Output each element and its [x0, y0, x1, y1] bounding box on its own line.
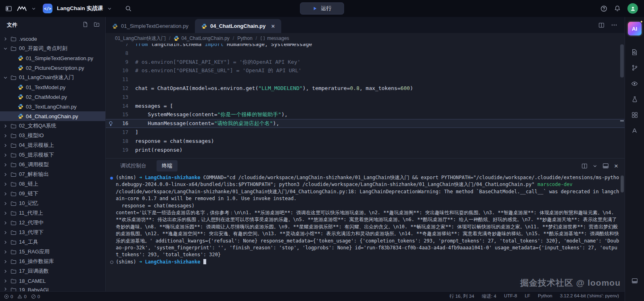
- file-tree[interactable]: .vscode00_开篇词_奇点时刻01_SimpleTextGeneratio…: [0, 33, 105, 291]
- status-item[interactable]: UTF-8: [504, 293, 517, 299]
- terminal-scrollbar-thumb[interactable]: [621, 176, 624, 192]
- line-number[interactable]: 14: [115, 102, 128, 111]
- source-control-icon[interactable]: [628, 61, 642, 75]
- tree-file-item[interactable]: 02_ChatModel.py: [0, 92, 105, 102]
- sidebar-toggle-icon[interactable]: [5, 5, 12, 12]
- line-number[interactable]: 13: [115, 93, 128, 102]
- panel-layout-icon[interactable]: [602, 163, 609, 169]
- code-line[interactable]: 9# os.environ["OPENAI_API_KEY"] = '你的Ope…: [106, 58, 625, 67]
- code-line[interactable]: 13: [106, 93, 625, 102]
- code-search-icon[interactable]: [628, 45, 642, 59]
- code-line[interactable]: 12chat = ChatOpenAI(model=os.environ.get…: [106, 84, 625, 93]
- new-folder-icon[interactable]: [94, 21, 100, 29]
- ai-assistant-button[interactable]: AI: [628, 22, 642, 36]
- terminal[interactable]: (shims) ➜ LangChain-shizhanke COMMAND="c…: [106, 173, 625, 291]
- line-number[interactable]: 16: [115, 119, 128, 128]
- run-button[interactable]: 运行: [300, 2, 344, 15]
- status-item[interactable]: 行 16, 列 34: [450, 293, 474, 299]
- tree-folder-item[interactable]: 02_文档QA系统: [0, 121, 105, 131]
- split-terminal-icon[interactable]: [581, 163, 588, 169]
- code-line[interactable]: 17]: [106, 128, 625, 137]
- code-line[interactable]: 15 SystemMessage(content="你是一个很棒的智能助手"),: [106, 110, 625, 119]
- tree-folder-item[interactable]: 09_链下: [0, 189, 105, 199]
- status-item[interactable]: LF: [525, 293, 530, 299]
- preview-eye-icon[interactable]: [628, 77, 642, 90]
- help-icon[interactable]: [600, 5, 607, 12]
- extensions-grid-icon[interactable]: [628, 108, 642, 122]
- panel-tab[interactable]: 调试控制台: [115, 160, 152, 171]
- editor-tab[interactable]: 01_SimpleTextGeneration.py: [106, 19, 195, 33]
- line-number[interactable]: 12: [115, 84, 128, 93]
- tree-folder-item[interactable]: 19_BabyAGI: [0, 286, 105, 291]
- tree-folder-item[interactable]: 08_链上: [0, 179, 105, 189]
- code-line[interactable]: 14messages = [: [106, 102, 625, 111]
- editor-scrollbar-thumb[interactable]: [620, 44, 624, 77]
- tree-folder-item[interactable]: 07_解析输出: [0, 169, 105, 179]
- code-line[interactable]: 10# os.environ["OPENAI_BASE_URL"] = 'Ope…: [106, 66, 625, 75]
- new-file-icon[interactable]: [82, 21, 88, 29]
- breadcrumb-item[interactable]: Python: [237, 36, 252, 41]
- tree-folder-item[interactable]: 06_调用模型: [0, 160, 105, 169]
- status-item[interactable]: Python: [538, 293, 552, 299]
- code-line[interactable]: 19print(response): [106, 146, 625, 155]
- project-name[interactable]: LangChain 实战课: [57, 5, 103, 12]
- tree-folder-item[interactable]: 16_操作数据库: [0, 257, 105, 266]
- tree-file-item[interactable]: 01_TextModel.py: [0, 82, 105, 92]
- code-line[interactable]: 18response = chat(messages): [106, 137, 625, 146]
- tree-folder-item[interactable]: .vscode: [0, 34, 105, 44]
- code-line[interactable]: 7from langchain.schema import HumanMessa…: [106, 44, 625, 49]
- tree-folder-item[interactable]: 14_工具: [0, 237, 105, 247]
- line-number[interactable]: 8: [115, 49, 128, 58]
- test-flask-icon[interactable]: [628, 92, 642, 106]
- breadcrumb-item[interactable]: 04_ChatLongChain.py: [174, 36, 229, 41]
- tree-folder-item[interactable]: 05_提示模板下: [0, 150, 105, 160]
- line-number[interactable]: 15: [115, 110, 128, 119]
- code-line[interactable]: 16 HumanMessage(content="请给我的桌游店起个名"),: [106, 119, 625, 128]
- search-icon[interactable]: [125, 5, 132, 12]
- tree-file-item[interactable]: 03_TextLangChain.py: [0, 102, 105, 111]
- tree-folder-item[interactable]: 01_LangChain快速入门: [0, 73, 105, 82]
- tree-folder-item[interactable]: 10_记忆: [0, 199, 105, 208]
- bell-icon[interactable]: [614, 5, 621, 12]
- line-number[interactable]: 7: [115, 44, 128, 49]
- user-avatar[interactable]: [627, 3, 638, 14]
- line-number[interactable]: 17: [115, 128, 128, 137]
- typography-icon[interactable]: [628, 124, 642, 138]
- tree-folder-item[interactable]: 00_开篇词_奇点时刻: [0, 44, 105, 53]
- code-line[interactable]: 8: [106, 49, 625, 58]
- logo-chevron-down-icon[interactable]: [31, 6, 36, 11]
- project-chevron-down-icon[interactable]: [107, 6, 112, 11]
- status-error-count[interactable]: 0: [4, 294, 13, 299]
- code-editor[interactable]: 7from langchain.schema import HumanMessa…: [106, 44, 625, 158]
- line-number[interactable]: 11: [115, 75, 128, 84]
- tree-folder-item[interactable]: 18_CAMEL: [0, 276, 105, 286]
- tab-close-icon[interactable]: ×: [271, 23, 275, 29]
- status-item[interactable]: 缩进: 4: [482, 293, 496, 299]
- split-editor-icon[interactable]: [598, 22, 604, 28]
- line-number[interactable]: 9: [115, 58, 128, 67]
- tree-folder-item[interactable]: 13_代理下: [0, 228, 105, 237]
- status-blocked-count[interactable]: 0: [31, 294, 40, 299]
- tree-folder-item[interactable]: 12_代理中: [0, 218, 105, 228]
- code-line[interactable]: 11: [106, 75, 625, 84]
- bottom-panel-icon[interactable]: [628, 274, 642, 288]
- lightbulb-icon[interactable]: [106, 119, 115, 128]
- breadcrumb-item[interactable]: 01_LangChain快速入门: [115, 35, 166, 42]
- tree-folder-item[interactable]: 11_代理上: [0, 208, 105, 218]
- tree-folder-item[interactable]: 03_模型IO: [0, 131, 105, 140]
- more-actions-icon[interactable]: [611, 22, 617, 28]
- marscode-logo-icon[interactable]: [17, 5, 27, 12]
- tree-file-item[interactable]: 04_ChatLongChain.py: [0, 111, 105, 121]
- breadcrumb-item[interactable]: messages: [260, 36, 289, 41]
- line-number[interactable]: 19: [115, 146, 128, 155]
- panel-close-icon[interactable]: ×: [614, 163, 618, 169]
- tree-folder-item[interactable]: 15_RAG应用: [0, 247, 105, 257]
- line-number[interactable]: 10: [115, 66, 128, 75]
- tree-file-item[interactable]: 01_SimpleTextGeneration.py: [0, 53, 105, 63]
- tree-file-item[interactable]: 02_PictureDescription.py: [0, 63, 105, 73]
- status-item[interactable]: 3.12.2 64-bit ('shims': pyenv): [560, 293, 619, 299]
- panel-tab[interactable]: 终端: [157, 160, 178, 171]
- editor-scrollbar[interactable]: [620, 44, 624, 158]
- tree-folder-item[interactable]: 04_提示模板上: [0, 140, 105, 150]
- editor-tab[interactable]: 04_ChatLongChain.py×: [195, 19, 281, 33]
